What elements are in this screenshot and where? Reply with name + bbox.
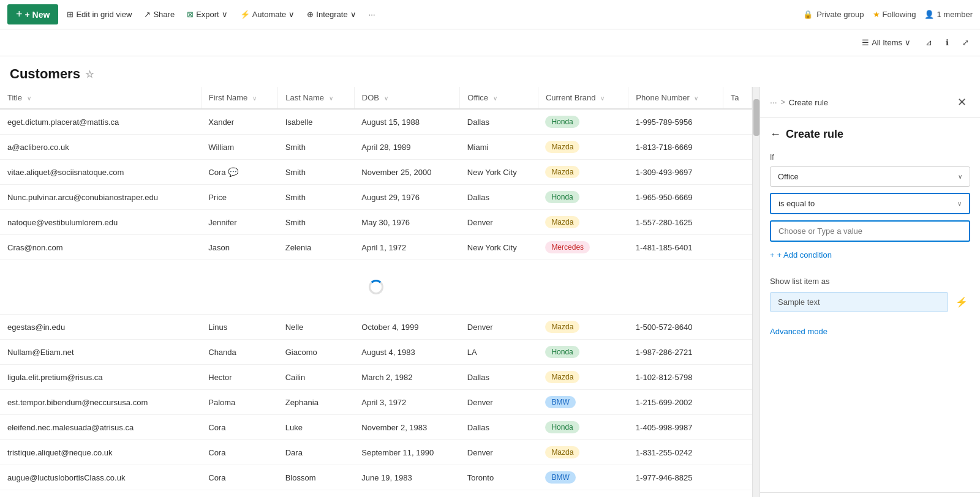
cell-title: tristique.aliquet@neque.co.uk [0,440,201,465]
cell-title: augue@luctuslobortisClass.co.uk [0,465,201,490]
cell-dob: June 19, 1983 [354,465,459,490]
top-bar-right: 🔒 Private group ★ Following 👤 1 member [803,10,973,19]
cell-dob: April 28, 1989 [354,135,459,160]
table-row: egestas@in.edu Linus Nelle October 4, 19… [0,315,752,340]
cell-title: Cras@non.com [0,235,201,260]
cell-last-name: Smith [278,135,355,160]
automate-icon: ⚡ [240,10,250,19]
all-items-caret: ∨ [905,38,911,47]
cell-first-name: Chanda [201,340,277,365]
top-bar: + + New ⊞ Edit in grid view ↗ Share ⊠ Ex… [0,0,980,29]
col-first-name: First Name ∨ [201,87,277,109]
new-label: + New [25,10,50,20]
new-button[interactable]: + + New [7,4,58,24]
panel-breadcrumb: ··· > Create rule [770,97,828,107]
cell-office: Dallas [460,365,538,390]
cell-title: Nullam@Etiam.net [0,340,201,365]
panel-close-button[interactable]: ✕ [954,94,970,110]
cell-phone: 1-557-280-1625 [628,210,723,235]
cell-first-name: Cora [201,465,277,490]
cell-dob: August 4, 1983 [354,340,459,365]
cell-last-name: Smith [278,185,355,210]
following-button[interactable]: ★ Following [873,10,916,19]
panel-back-title: ← Create rule [770,128,970,141]
field-dropdown[interactable]: Office ∨ [770,166,970,187]
advanced-mode-link[interactable]: Advanced mode [770,327,970,336]
table-row: a@aclibero.co.uk William Smith April 28,… [0,135,752,160]
favorite-star-icon[interactable]: ☆ [85,69,94,80]
share-icon: ↗ [144,10,151,19]
table-area[interactable]: Title ∨ First Name ∨ Last Name ∨ DOB ∨ O… [0,87,752,497]
if-label: If [770,153,970,162]
table-row: vitae.aliquet@sociisnatoque.com Cora 💬 S… [0,160,752,185]
cell-dob: October 4, 1999 [354,315,459,340]
export-button[interactable]: ⊠ Export ∨ [183,7,232,21]
filter-button[interactable]: ⊿ [922,36,936,50]
cell-brand: Honda [538,185,628,210]
more-button[interactable]: ··· [365,7,379,21]
rule-value-input[interactable] [770,220,970,242]
cell-ta [723,315,752,340]
cell-title: eget.dictum.placerat@mattis.ca [0,109,201,135]
cell-brand: Mazda [538,135,628,160]
grid-icon: ⊞ [67,10,74,19]
cell-office: Denver [460,440,538,465]
cell-brand: Mazda [538,315,628,340]
col-office: Office ∨ [460,87,538,109]
cell-title: vitae.aliquet@sociisnatoque.com [0,160,201,185]
condition-dropdown[interactable]: is equal to ∨ [770,193,970,214]
cell-first-name: Linus [201,315,277,340]
brand-badge: Honda [545,191,579,203]
cell-phone: 1-813-718-6669 [628,135,723,160]
cell-last-name: Smith [278,210,355,235]
edit-grid-button[interactable]: ⊞ Edit in grid view [63,7,135,21]
table-row: tristique.aliquet@neque.co.uk Cora Dara … [0,440,752,465]
cell-phone: 1-831-255-0242 [628,440,723,465]
cell-title: est.tempor.bibendum@neccursusa.com [0,390,201,415]
show-as-section: Show list item as Sample text ⚡ [770,277,970,312]
cell-office: New York City [460,160,538,185]
cell-first-name: Cora [201,415,277,440]
cell-ta [723,160,752,185]
main-layout: Title ∨ First Name ∨ Last Name ∨ DOB ∨ O… [0,87,980,497]
brand-badge: Mazda [545,371,579,383]
cell-brand: Mazda [538,160,628,185]
customers-table: Title ∨ First Name ∨ Last Name ∨ DOB ∨ O… [0,87,752,490]
private-group: 🔒 Private group [803,10,864,19]
cell-phone: 1-309-493-9697 [628,160,723,185]
cell-office: Miami [460,135,538,160]
share-button[interactable]: ↗ Share [140,7,178,21]
col-ta: Ta [723,87,752,109]
panel-footer: Save Cancel [760,492,980,497]
cell-ta [723,109,752,135]
integrate-button[interactable]: ⊕ Integrate ∨ [303,7,360,21]
breadcrumb-chevron: > [781,98,785,106]
toolbar-left: + + New ⊞ Edit in grid view ↗ Share ⊠ Ex… [7,4,379,24]
expand-button[interactable]: ⤢ [959,36,973,50]
cell-title: Nunc.pulvinar.arcu@conubianostraper.edu [0,185,201,210]
breadcrumb-current: Create rule [789,98,828,107]
cell-ta [723,390,752,415]
cell-ta [723,465,752,490]
cell-dob: November 25, 2000 [354,160,459,185]
cell-phone: 1-995-789-5956 [628,109,723,135]
cell-first-name: Jason [201,235,277,260]
cell-last-name: Dara [278,440,355,465]
cell-first-name: Paloma [201,390,277,415]
breadcrumb-dots: ··· [770,97,777,107]
integrate-caret: ∨ [350,10,356,19]
all-items-button[interactable]: ☰ All Items ∨ [857,36,916,50]
sample-text-row: Sample text ⚡ [770,292,970,312]
cell-last-name: Zelenia [278,235,355,260]
cell-ta [723,135,752,160]
panel-back-button[interactable]: ← [770,128,781,141]
info-button[interactable]: ℹ [942,36,952,50]
format-icon-button[interactable]: ⚡ [953,294,970,310]
cell-dob: September 11, 1990 [354,440,459,465]
cell-ta [723,210,752,235]
field-value: Office [778,172,799,181]
automate-button[interactable]: ⚡ Automate ∨ [236,7,299,21]
add-condition-button[interactable]: + + Add condition [770,248,832,262]
vertical-scrollbar[interactable] [752,87,760,497]
panel-body: ← Create rule If Office ∨ is equal to ∨ … [760,118,980,492]
